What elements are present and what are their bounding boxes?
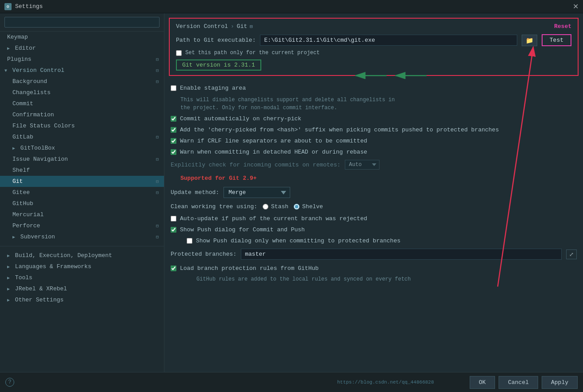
- auto-update-row: Auto-update if push of the current branc…: [171, 215, 577, 222]
- test-button[interactable]: Test: [542, 34, 571, 46]
- detached-warn-checkbox[interactable]: [171, 149, 176, 155]
- cancel-button[interactable]: Cancel: [499, 376, 538, 389]
- cherry-pick-label[interactable]: Commit automatically on cherry-pick: [180, 115, 301, 122]
- enable-staging-checkbox[interactable]: [171, 85, 176, 91]
- git-path-input[interactable]: [260, 35, 517, 46]
- bottom-bar-buttons: OK Cancel Apply: [470, 376, 578, 389]
- github-rules-note: GitHub rules are added to the local rule…: [196, 276, 577, 282]
- clean-working-row: Clean working tree using: Stash Shelve: [171, 203, 577, 210]
- sidebar-item-commit[interactable]: Commit: [0, 98, 164, 109]
- auto-update-checkbox[interactable]: [171, 216, 176, 222]
- sidebar-item-languages[interactable]: ▶ Languages & Frameworks: [0, 261, 164, 272]
- crlf-warn-checkbox[interactable]: [171, 138, 176, 144]
- sidebar-item-file-status-colors[interactable]: File Status Colors: [0, 120, 164, 131]
- sidebar-item-subversion[interactable]: ▶ Subversion ⊟: [0, 231, 164, 242]
- show-push-sub-checkbox[interactable]: [187, 238, 192, 244]
- sidebar-item-plugins[interactable]: Plugins ⊟: [0, 54, 164, 65]
- path-label: Path to Git executable:: [176, 37, 256, 44]
- sidebar-item-build[interactable]: ▶ Build, Execution, Deployment: [0, 250, 164, 261]
- set-path-label[interactable]: Set this path only for the current proje…: [185, 50, 319, 56]
- auto-update-label[interactable]: Auto-update if push of the current branc…: [180, 215, 367, 222]
- sidebar-item-gitee[interactable]: Gitee ⊟: [0, 187, 164, 198]
- update-method-row: Update method: Merge Rebase Branch Defau…: [171, 187, 577, 198]
- background-pin-icon: ⊟: [156, 79, 159, 84]
- close-button[interactable]: ✕: [573, 2, 579, 11]
- cherry-picked-suffix-row: Add the 'cherry-picked from <hash>' suff…: [171, 127, 577, 133]
- protected-branches-input[interactable]: [241, 249, 562, 260]
- title-bar-left: ⚙ Settings: [4, 3, 43, 10]
- ok-button[interactable]: OK: [470, 376, 495, 389]
- incoming-select[interactable]: Auto Always Never: [345, 160, 379, 170]
- load-branch-row: Load branch protection rules from GitHub: [171, 265, 577, 272]
- radio-option-shelve: Shelve: [294, 203, 323, 210]
- breadcrumb-icon: ⊟: [250, 24, 253, 29]
- set-path-checkbox-row: Set this path only for the current proje…: [176, 50, 571, 56]
- breadcrumb-separator: ›: [231, 23, 234, 30]
- shelve-radio[interactable]: [294, 204, 299, 210]
- crlf-warn-label[interactable]: Warn if CRLF line separators are about t…: [180, 138, 367, 144]
- bottom-bar: ? https://blog.csdn.net/qq_44866828 OK C…: [0, 372, 583, 392]
- detached-warn-row: Warn when committing in detached HEAD or…: [171, 149, 577, 155]
- staging-description: This will disable changelists support an…: [180, 96, 577, 112]
- enable-staging-label[interactable]: Enable staging area: [180, 85, 246, 91]
- sidebar-item-editor[interactable]: ▶ Editor: [0, 43, 164, 54]
- breadcrumb: Version Control › Git ⊟: [176, 23, 253, 30]
- sidebar-item-gitlab[interactable]: GitLab ⊟: [0, 131, 164, 143]
- sidebar-item-confirmation[interactable]: Confirmation: [0, 109, 164, 120]
- cherry-picked-suffix-checkbox[interactable]: [171, 127, 176, 133]
- sidebar-item-background[interactable]: Background ⊟: [0, 76, 164, 87]
- show-push-label[interactable]: Show Push dialog for Commit and Push: [180, 226, 305, 233]
- stash-label[interactable]: Stash: [271, 203, 288, 210]
- sidebar-item-issue-navigation[interactable]: Issue Navigation ⊟: [0, 154, 164, 165]
- help-icon[interactable]: ?: [5, 378, 14, 387]
- sidebar-item-version-control[interactable]: ▼ Version Control ⊟: [0, 65, 164, 76]
- sidebar-item-changelists[interactable]: Changelists: [0, 87, 164, 98]
- protected-branches-label: Protected branches:: [171, 251, 236, 257]
- show-push-row: Show Push dialog for Commit and Push: [171, 226, 577, 233]
- update-method-select[interactable]: Merge Rebase Branch Default: [224, 187, 290, 198]
- show-push-sub-row: Show Push dialog only when committing to…: [187, 238, 577, 244]
- enable-staging-row: Enable staging area: [171, 85, 577, 91]
- search-input[interactable]: [4, 17, 160, 28]
- bottom-bar-left: ?: [5, 378, 14, 387]
- incoming-commits-row: Explicitly check for incoming commits on…: [171, 160, 577, 170]
- update-method-label: Update method:: [171, 189, 219, 196]
- sidebar-item-shelf[interactable]: Shelf: [0, 165, 164, 176]
- radio-option-stash: Stash: [263, 203, 288, 210]
- protected-branches-expand-button[interactable]: ⤢: [566, 249, 577, 259]
- cherry-pick-row: Commit automatically on cherry-pick: [171, 115, 577, 122]
- sidebar-item-git[interactable]: Git ⊟: [0, 176, 164, 187]
- cherry-picked-suffix-label[interactable]: Add the 'cherry-picked from <hash>' suff…: [180, 127, 499, 133]
- show-push-checkbox[interactable]: [171, 227, 176, 233]
- version-control-pin-icon: ⊟: [156, 68, 159, 73]
- stash-radio[interactable]: [263, 204, 268, 210]
- sidebar-item-tools[interactable]: ▶ Tools: [0, 272, 164, 283]
- apply-button[interactable]: Apply: [542, 376, 578, 389]
- settings-content: Enable staging area This will disable ch…: [164, 80, 583, 290]
- breadcrumb-part1: Version Control: [176, 23, 228, 30]
- path-row: Path to Git executable: 📁 Test: [176, 34, 571, 46]
- cherry-pick-checkbox[interactable]: [171, 116, 176, 122]
- sidebar-item-other-settings[interactable]: ▶ Other Settings: [0, 294, 164, 305]
- sidebar-item-github[interactable]: GitHub: [0, 198, 164, 209]
- issue-nav-pin-icon: ⊟: [156, 157, 159, 162]
- title-bar-title: Settings: [15, 3, 43, 10]
- load-branch-label[interactable]: Load branch protection rules from GitHub: [180, 265, 319, 272]
- sidebar-item-perforce[interactable]: Perforce ⊟: [0, 220, 164, 231]
- detached-warn-label[interactable]: Warn when committing in detached HEAD or…: [180, 149, 367, 155]
- settings-app-icon: ⚙: [4, 3, 12, 10]
- version-badge: Git version is 2.31.1: [176, 59, 571, 71]
- bottom-url: https://blog.csdn.net/qq_44866828: [337, 380, 434, 385]
- reset-button[interactable]: Reset: [554, 23, 571, 30]
- sidebar-item-jrebel[interactable]: ▶ JRebel & XRebel: [0, 283, 164, 294]
- show-push-sub-label[interactable]: Show Push dialog only when committing to…: [196, 238, 400, 244]
- sidebar-item-keymap[interactable]: Keymap: [0, 32, 164, 43]
- shelve-label[interactable]: Shelve: [302, 203, 323, 210]
- breadcrumb-part2: Git: [237, 23, 247, 30]
- sidebar-item-mercurial[interactable]: Mercurial: [0, 209, 164, 220]
- content-area: Version Control › Git ⊟ Reset Path to Gi…: [164, 13, 583, 372]
- load-branch-checkbox[interactable]: [171, 265, 176, 271]
- folder-browse-button[interactable]: 📁: [522, 35, 537, 46]
- set-path-checkbox[interactable]: [176, 50, 182, 56]
- sidebar-item-gittoolbox[interactable]: ▶ GitToolBox: [0, 143, 164, 154]
